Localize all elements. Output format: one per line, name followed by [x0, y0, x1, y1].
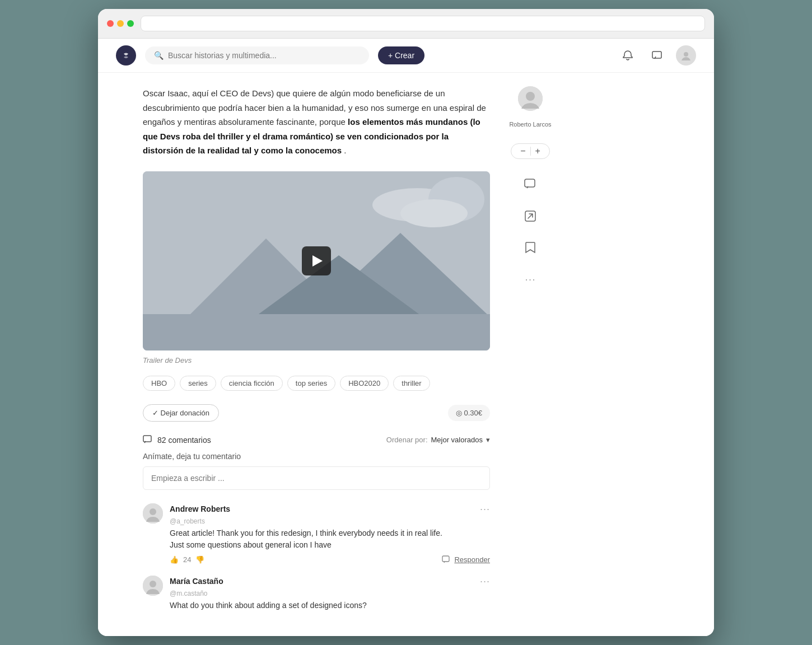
video-caption: Trailer de Devs	[143, 356, 490, 364]
tag-hbo2020[interactable]: HBO2020	[340, 376, 389, 391]
tag-top-series[interactable]: top series	[287, 376, 335, 391]
clap-control: − +	[511, 143, 550, 159]
page-content: 🔍 + Crear	[98, 39, 714, 636]
clap-minus[interactable]: −	[518, 146, 528, 156]
comment-username-1: @a_roberts	[170, 517, 490, 525]
comment-input[interactable]	[143, 466, 490, 490]
sidebar-more-icon[interactable]: ···	[520, 269, 540, 289]
donate-amount: ◎ 0.30€	[448, 405, 490, 421]
comment-text-2: What do you think about adding a set of …	[170, 600, 490, 611]
sidebar-bookmark-icon[interactable]	[520, 237, 540, 258]
reply-button-1[interactable]: Responder	[454, 555, 490, 564]
tag-series[interactable]: series	[180, 376, 216, 391]
comment-text-1: Great article! Thank you for this redesi…	[170, 527, 490, 551]
sidebar-author-avatar	[518, 86, 543, 111]
sidebar-share-icon[interactable]	[520, 206, 540, 226]
likes-count-1: 24	[183, 555, 191, 564]
notification-bell[interactable]	[618, 45, 638, 66]
thumbs-up-icon[interactable]: 👍	[170, 555, 179, 564]
clap-plus[interactable]: +	[533, 146, 543, 156]
user-avatar[interactable]	[676, 45, 696, 66]
comment-header-2: María Castaño ···	[170, 576, 490, 587]
comment-more-1[interactable]: ···	[480, 503, 490, 515]
tag-ciencia-ficcion[interactable]: ciencia ficción	[221, 376, 283, 391]
donate-button[interactable]: ✓ Dejar donación	[143, 404, 219, 422]
nav-icons	[618, 45, 696, 66]
comment-item: Andrew Roberts ··· @a_roberts Great arti…	[143, 503, 490, 564]
tags-container: HBO series ciencia ficción top series HB…	[143, 376, 490, 391]
url-bar[interactable]	[141, 16, 705, 31]
search-input[interactable]	[168, 51, 360, 60]
navbar: 🔍 + Crear	[98, 39, 714, 73]
clap-divider	[530, 147, 531, 156]
search-icon: 🔍	[154, 51, 164, 60]
svg-point-7	[400, 199, 468, 227]
dot-green[interactable]	[127, 20, 134, 27]
dot-yellow[interactable]	[117, 20, 124, 27]
svg-point-17	[150, 581, 156, 587]
comment-username-2: @m.castaño	[170, 590, 490, 597]
main-layout: Oscar Isaac, aquí el CEO de Devs) que qu…	[98, 73, 714, 636]
reply-icon	[442, 555, 451, 564]
svg-rect-15	[442, 556, 449, 562]
video-placeholder	[143, 171, 490, 350]
comment-item-2: María Castaño ··· @m.castaño What do you…	[143, 576, 490, 611]
comment-body-2: María Castaño ··· @m.castaño What do you…	[170, 576, 490, 611]
browser-chrome	[98, 9, 714, 39]
svg-point-14	[150, 508, 156, 515]
comment-actions-1: 👍 24 👎 Responder	[170, 555, 490, 564]
sidebar-author-name: Roberto Larcos	[509, 121, 551, 128]
svg-point-19	[526, 92, 535, 101]
video-container[interactable]	[143, 171, 490, 350]
comment-header-1: Andrew Roberts ···	[170, 503, 490, 515]
article-content: Oscar Isaac, aquí el CEO de Devs) que qu…	[143, 73, 490, 636]
svg-rect-12	[143, 436, 151, 442]
tag-hbo[interactable]: HBO	[143, 376, 175, 391]
sidebar-comment-icon[interactable]	[520, 175, 540, 195]
sort-value: Mejor valorados	[431, 436, 483, 444]
comment-body-1: Andrew Roberts ··· @a_roberts Great arti…	[170, 503, 490, 564]
sort-label: Ordenar por:	[386, 436, 428, 444]
comment-more-2[interactable]: ···	[480, 576, 490, 587]
search-bar[interactable]: 🔍	[145, 46, 369, 64]
messages-icon[interactable]	[647, 45, 667, 66]
article-paragraph: Oscar Isaac, aquí el CEO de Devs) que qu…	[143, 86, 490, 158]
chevron-down-icon: ▾	[486, 436, 490, 444]
comments-count: 82 comentarios	[143, 435, 211, 445]
comment-count-text: 82 comentarios	[157, 436, 211, 445]
donation-bar: ✓ Dejar donación ◎ 0.30€	[143, 404, 490, 422]
svg-rect-20	[525, 179, 535, 187]
site-logo[interactable]	[116, 45, 136, 66]
svg-point-3	[684, 52, 688, 57]
create-button[interactable]: + Crear	[378, 46, 424, 64]
comment-likes-1: 👍 24 👎	[170, 555, 204, 564]
comments-header: 82 comentarios Ordenar por: Mejor valora…	[143, 435, 490, 445]
sort-selector[interactable]: Ordenar por: Mejor valorados ▾	[386, 436, 490, 444]
sidebar: Roberto Larcos − +	[508, 73, 553, 636]
svg-rect-11	[143, 314, 490, 350]
comment-avatar-2	[143, 576, 163, 596]
comment-author-2: María Castaño	[170, 577, 223, 586]
browser-dots	[107, 20, 134, 27]
thumbs-down-icon[interactable]: 👎	[195, 555, 204, 564]
comment-count-icon	[143, 435, 153, 445]
comment-avatar-1	[143, 503, 163, 524]
tag-thriller[interactable]: thriller	[393, 376, 430, 391]
play-button[interactable]	[302, 246, 331, 275]
play-icon	[312, 255, 323, 267]
comment-prompt: Anímate, deja tu comentario	[143, 452, 490, 461]
comment-author-1: Andrew Roberts	[170, 504, 230, 513]
dot-red[interactable]	[107, 20, 114, 27]
svg-rect-1	[652, 52, 661, 58]
